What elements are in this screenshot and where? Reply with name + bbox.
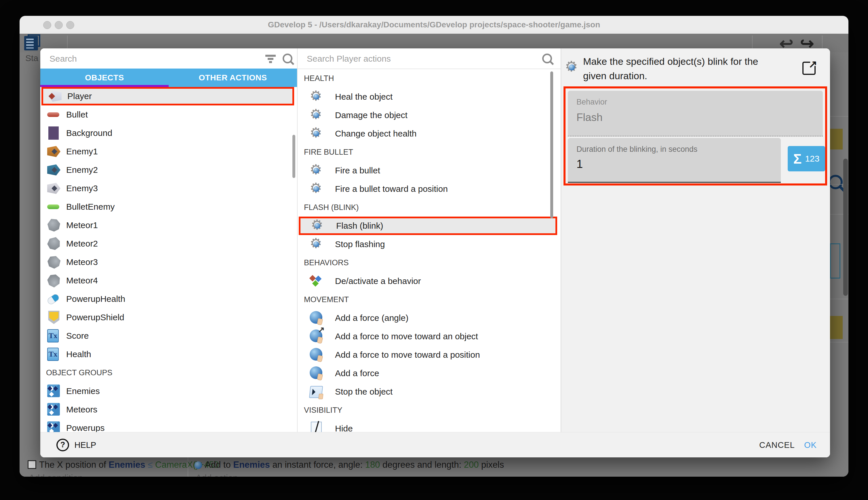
filter-icon[interactable] <box>265 55 276 57</box>
action-search-input[interactable] <box>306 51 492 66</box>
titlebar: GDevelop 5 - /Users/dkarakay/Documents/G… <box>20 16 848 34</box>
list-item[interactable]: PowerupShield <box>40 308 297 327</box>
list-item[interactable]: Background <box>40 124 297 142</box>
list-item-player[interactable]: Player <box>42 87 294 105</box>
active-tab-indicator <box>40 85 169 87</box>
tab-objects[interactable]: OBJECTS <box>40 69 169 87</box>
action-item[interactable]: Fire a bullet toward a position <box>297 180 561 198</box>
section-header: VISIBILITY <box>304 401 561 419</box>
action-text: degrees and length: <box>380 460 464 470</box>
object-name: Health <box>66 345 91 363</box>
search-events-icon[interactable] <box>828 175 843 189</box>
background-event-row: The X position of Enemies ≤ CameraX()+45… <box>20 457 848 477</box>
scene-tab-label: Sta <box>25 53 38 63</box>
ok-button[interactable]: OK <box>804 440 817 450</box>
force-action-icon <box>195 462 202 469</box>
list-item[interactable]: Enemy1 <box>40 142 297 161</box>
force-toward-position-icon <box>310 348 322 361</box>
action-item[interactable]: Add a force (angle) <box>297 309 561 327</box>
help-button[interactable]: HELP <box>56 439 96 451</box>
force-action-icon <box>310 366 322 379</box>
list-item[interactable]: Bullet <box>40 105 297 124</box>
object-search-input[interactable] <box>49 51 230 66</box>
open-in-new-icon[interactable] <box>802 61 816 75</box>
group-name: Enemies <box>66 382 100 400</box>
hide-action-icon <box>311 422 322 432</box>
list-item[interactable]: PowerupHealth <box>40 290 297 308</box>
expression-editor-button[interactable]: Σ 123 <box>788 146 825 171</box>
window-title: GDevelop 5 - /Users/dkarakay/Documents/G… <box>20 16 848 34</box>
search-icon <box>283 54 292 64</box>
list-item[interactable]: Enemy3 <box>40 179 297 197</box>
list-item[interactable]: Meteor4 <box>40 271 297 290</box>
inverted-condition-checkbox-icon <box>28 460 36 469</box>
purple-background-icon <box>48 126 59 140</box>
help-icon <box>56 439 69 451</box>
action-item[interactable]: Add a force to move toward an object <box>297 327 561 345</box>
project-manager-icon[interactable] <box>24 36 38 50</box>
list-item[interactable]: Meteor3 <box>40 253 297 271</box>
event-row-divider <box>830 342 848 342</box>
meteor-icon <box>46 272 62 289</box>
action-label: Damage the object <box>335 106 408 124</box>
list-item[interactable]: Meteor1 <box>40 216 297 235</box>
action-search-row <box>297 48 561 69</box>
tab-other-actions[interactable]: OTHER ACTIONS <box>169 69 297 87</box>
object-group-icon <box>47 403 60 416</box>
action-item[interactable]: De/activate a behavior <box>297 272 561 290</box>
action-item[interactable]: Add a force to move toward a position <box>297 345 561 364</box>
action-item[interactable]: Stop the object <box>297 383 561 401</box>
action-item-flash-selected[interactable]: Flash (blink) <box>299 217 557 235</box>
object-name: PowerupShield <box>66 308 124 327</box>
text-object-icon <box>47 329 59 342</box>
list-item[interactable]: Enemies <box>40 382 297 400</box>
action-label: Fire a bullet <box>335 161 380 180</box>
action-item[interactable]: Heal the object <box>297 88 561 106</box>
action-list-scrollbar[interactable] <box>550 71 553 218</box>
list-item[interactable]: Powerups <box>40 419 297 432</box>
action-item[interactable]: Add a force <box>297 364 561 383</box>
action-label: De/activate a behavior <box>335 272 421 290</box>
section-header: FLASH (BLINK) <box>304 198 561 217</box>
event-condition: The X position of Enemies ≤ CameraX()+45… <box>28 460 219 470</box>
event-block <box>830 316 843 339</box>
gray-enemy-ship-icon <box>47 182 60 195</box>
object-list-scrollbar[interactable] <box>292 135 295 178</box>
action-item[interactable]: Damage the object <box>297 106 561 124</box>
list-item[interactable]: Score <box>40 327 297 345</box>
force-toward-object-icon <box>310 329 322 342</box>
actions-panel: HEALTH Heal the object Damage the object… <box>297 48 561 432</box>
add-condition-link[interactable]: Add condition <box>29 473 83 477</box>
action-item[interactable]: Change object health <box>297 124 561 143</box>
blue-enemy-ship-icon <box>47 163 60 177</box>
group-name: Meteors <box>66 400 97 419</box>
choose-action-dialog: OBJECTS OTHER ACTIONS Player Bullet Back… <box>40 48 830 457</box>
action-item[interactable]: Hide <box>297 419 561 432</box>
action-description: Make the specified object(s) blink for t… <box>583 54 782 83</box>
cancel-button[interactable]: CANCEL <box>759 440 795 450</box>
behavior-action-icon <box>310 274 323 287</box>
object-name: Meteor1 <box>66 216 98 235</box>
condition-text: The X position of <box>39 460 108 470</box>
capsule-icon <box>46 293 60 306</box>
list-item[interactable]: BulletEnemy <box>40 197 297 216</box>
behavior-field[interactable]: Behavior Flash <box>568 91 823 137</box>
duration-field[interactable]: Duration of the blinking, in seconds 1 <box>568 138 781 183</box>
event-sheet-scrollbar[interactable] <box>843 159 848 296</box>
gear-action-icon <box>310 108 324 122</box>
list-item[interactable]: Meteor2 <box>40 235 297 253</box>
action-item[interactable]: Fire a bullet <box>297 161 561 180</box>
list-item[interactable]: Health <box>40 345 297 363</box>
add-action-link[interactable]: Add action <box>196 473 238 477</box>
search-icon <box>542 54 552 64</box>
object-groups-header: OBJECT GROUPS <box>46 363 297 382</box>
meteor-icon <box>47 219 60 232</box>
behavior-field-label: Behavior <box>576 98 607 106</box>
action-item[interactable]: Stop flashing <box>297 235 561 253</box>
gear-action-icon <box>310 127 324 140</box>
dialog-footer: HELP CANCEL OK <box>40 432 830 457</box>
list-item[interactable]: Enemy2 <box>40 161 297 179</box>
list-item[interactable]: Meteors <box>40 400 297 419</box>
action-text: force, angle: <box>314 460 365 470</box>
action-label: Hide <box>335 419 353 432</box>
